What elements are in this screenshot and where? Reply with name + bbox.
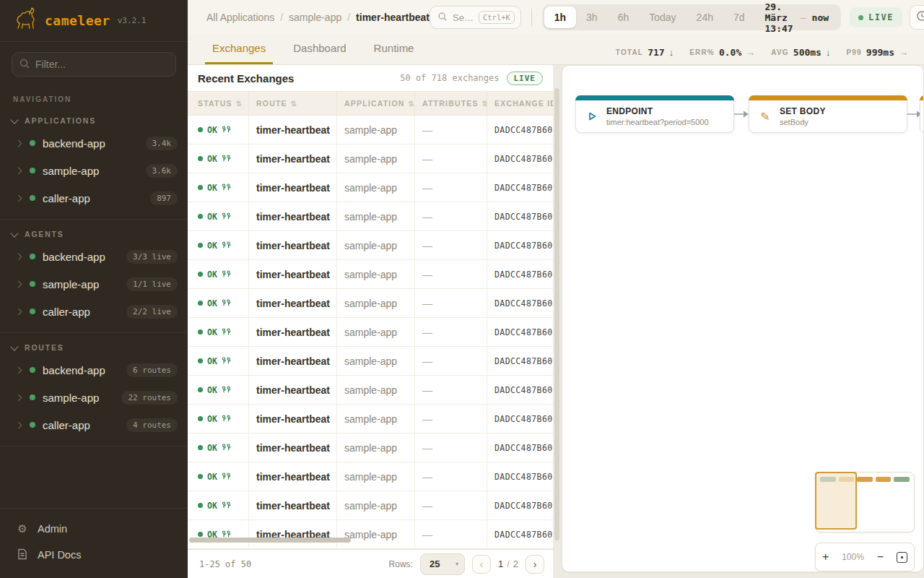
column-header-route[interactable]: ROUTE ⇅ — [249, 92, 337, 115]
ok-dot-icon — [198, 185, 203, 190]
section-header-applications[interactable]: APPLICATIONS — [0, 111, 188, 129]
trend-down-icon: ↓ — [669, 47, 674, 58]
flow-node-clipped[interactable] — [920, 95, 924, 133]
section-header-routes[interactable]: ROUTES — [0, 337, 188, 356]
table-row[interactable]: OK timer-heartbeat sample-app — [188, 376, 553, 405]
date-range-display[interactable]: 29. März 13:47 — now — [755, 1, 840, 34]
sidebar-item-application[interactable]: caller-app 897 — [0, 184, 188, 212]
stat-value: 500ms — [793, 47, 821, 58]
time-range-3h[interactable]: 3h — [576, 7, 608, 28]
breadcrumb-root[interactable]: All Applications — [206, 12, 274, 23]
vertical-scrollbar[interactable] — [554, 88, 559, 540]
table-row[interactable]: OK timer-heartbeat sample-app — [188, 434, 553, 462]
zoom-in-button[interactable]: + — [822, 551, 829, 563]
cell-application: sample-app — [337, 318, 415, 346]
flow-edge-arrow — [734, 109, 750, 119]
status-dot — [30, 168, 35, 173]
table-row[interactable]: OK timer-heartbeat sample-app — [188, 116, 553, 144]
logo-row: cameleer v3.2.1 — [0, 0, 188, 42]
flow-node-set-body[interactable]: ✎ SET BODY setBody — [749, 95, 907, 133]
sidebar-item-admin[interactable]: ⚙ Admin — [0, 516, 188, 542]
tab-dashboard[interactable]: Dashboard — [286, 35, 353, 64]
status-text: OK — [207, 183, 217, 193]
time-range-24h[interactable]: 24h — [687, 7, 723, 28]
column-label: ATTRIBUTES — [422, 99, 479, 108]
tab-exchanges[interactable]: Exchanges — [205, 35, 273, 64]
table-row[interactable]: OK timer-heartbeat sample-app — [188, 318, 553, 347]
cell-attributes: — — [415, 462, 487, 491]
table-row[interactable]: OK timer-heartbeat sample-app — [188, 347, 553, 376]
table-row[interactable]: OK timer-heartbeat sample-app — [188, 202, 553, 231]
chevron-down-icon — [10, 229, 18, 237]
cell-attributes: — — [415, 434, 487, 462]
column-header-attributes[interactable]: ATTRIBUTES ⇅ — [415, 92, 487, 115]
section-header-agents[interactable]: AGENTS — [0, 224, 188, 243]
status-text: OK — [207, 212, 217, 222]
cell-exchange-id: DADCC487B60F8 — [487, 318, 553, 346]
sidebar-item-route[interactable]: backend-app 6 routes — [0, 356, 188, 384]
cell-application: sample-app — [337, 376, 415, 404]
minimap-viewport[interactable] — [815, 472, 857, 530]
live-toggle[interactable]: LIVE — [850, 7, 902, 27]
cell-attributes: — — [415, 376, 487, 404]
rows-per-page-select[interactable]: 25 ▾ — [420, 553, 465, 575]
node-accent-bar — [749, 95, 907, 100]
chevron-right-icon — [15, 394, 22, 401]
sidebar-item-application[interactable]: sample-app 3.6k — [0, 157, 188, 184]
sidebar-item-route[interactable]: sample-app 22 routes — [0, 384, 188, 411]
sidebar-item-agent[interactable]: sample-app 1/1 live — [0, 270, 188, 298]
filter-input[interactable] — [12, 52, 176, 77]
header-divider — [531, 9, 532, 26]
next-page-button[interactable]: › — [526, 555, 544, 574]
column-header-status[interactable]: STATUS ⇅ — [188, 92, 249, 115]
cell-application: sample-app — [337, 520, 415, 548]
table-row[interactable]: OK timer-heartbeat sample-app — [188, 405, 553, 434]
sidebar-item-application[interactable]: backend-app 3.4k — [0, 129, 188, 157]
table-row[interactable]: OK timer-heartbeat sample-app — [188, 260, 553, 289]
table-row[interactable]: OK timer-heartbeat sample-app — [188, 173, 553, 202]
table-row[interactable]: OK timer-heartbeat sample-app — [188, 144, 553, 173]
time-range-6h[interactable]: 6h — [608, 7, 640, 28]
stat-p99: P99 999ms → — [846, 47, 908, 58]
tab-runtime[interactable]: Runtime — [367, 35, 422, 64]
sidebar-item-agent[interactable]: caller-app 2/2 live — [0, 298, 188, 325]
routes-badge: 4 routes — [126, 418, 178, 432]
table-row[interactable]: OK timer-heartbeat sample-app — [188, 520, 553, 549]
prev-page-button[interactable]: ‹ — [472, 555, 491, 574]
breadcrumb-current: timer-heartbeat — [356, 12, 430, 23]
sidebar-item-label: sample-app — [43, 165, 146, 177]
global-search[interactable]: Se… Ctrl+K — [430, 6, 521, 29]
time-range-7d[interactable]: 7d — [723, 7, 755, 28]
cell-status: OK — [188, 491, 249, 519]
sidebar-item-agent[interactable]: backend-app 3/3 live — [0, 243, 188, 270]
zoom-out-button[interactable]: − — [877, 551, 884, 563]
time-range-1h[interactable]: 1h — [544, 7, 576, 28]
cell-route: timer-heartbeat — [249, 376, 337, 404]
flow-node-endpoint[interactable]: ENDPOINT timer:heartbeat?period=5000 — [575, 95, 734, 133]
fit-view-button[interactable] — [897, 552, 907, 563]
table-row[interactable]: OK timer-heartbeat sample-app — [188, 491, 553, 520]
status-dot — [30, 394, 35, 400]
chevron-right-icon — [15, 139, 22, 147]
column-header-exchange-id[interactable]: EXCHANGE ID — [487, 92, 553, 115]
route-flow-canvas[interactable]: ENDPOINT timer:heartbeat?period=5000 ✎ S… — [562, 65, 924, 572]
horizontal-scrollbar[interactable] — [189, 538, 351, 543]
column-header-application[interactable]: APPLICATION ⇅ — [337, 92, 415, 115]
page-separator: / — [507, 558, 510, 569]
column-label: ROUTE — [256, 99, 287, 108]
refresh-interval-button[interactable] — [910, 5, 924, 30]
sidebar-item-api-docs[interactable]: API Docs — [0, 542, 188, 568]
routes-badge: 22 routes — [121, 391, 178, 405]
sidebar-item-route[interactable]: caller-app 4 routes — [0, 411, 188, 439]
ok-dot-icon — [198, 272, 203, 277]
table-row[interactable]: OK timer-heartbeat sample-app — [188, 231, 553, 260]
flow-minimap[interactable] — [815, 472, 915, 532]
cell-status: OK — [188, 462, 249, 491]
trend-flat-icon: → — [746, 47, 755, 58]
table-row[interactable]: OK timer-heartbeat sample-app — [188, 462, 553, 491]
breadcrumb-app[interactable]: sample-app — [289, 12, 341, 23]
minimap-node-bar — [876, 477, 892, 482]
cell-exchange-id: DADCC487B60F8 — [487, 491, 553, 519]
table-row[interactable]: OK timer-heartbeat sample-app — [188, 289, 553, 318]
time-range-today[interactable]: Today — [639, 7, 686, 28]
